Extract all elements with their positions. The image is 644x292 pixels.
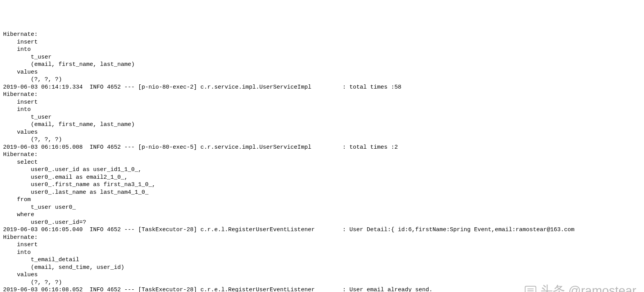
log-line: (?, ?, ?) [3, 136, 62, 143]
log-line: Hibernate: [3, 31, 41, 38]
log-line: user0_.user_id as user_id1_1_0_, [3, 166, 142, 173]
log-line: insert [3, 39, 41, 45]
log-line: Hibernate: [3, 234, 41, 241]
log-line: insert [3, 99, 41, 106]
log-line: 2019-06-03 06:16:05.008 INFO 4652 --- [p… [3, 144, 398, 151]
log-line: t_user user0_ [3, 204, 79, 211]
log-line: t_email_detail [3, 257, 79, 263]
log-line: Hibernate: [3, 91, 41, 98]
log-line: user0_.user_id=? [3, 219, 86, 226]
log-line: Hibernate: [3, 151, 41, 158]
log-line: select [3, 159, 38, 166]
log-line: (?, ?, ?) [3, 279, 62, 286]
watermark-text: 头条 @ramostear [541, 283, 636, 292]
log-line: t_user [3, 54, 52, 60]
log-line: insert [3, 242, 41, 248]
log-line: where [3, 211, 34, 218]
log-output: Hibernate: insert into t_user (email, fi… [0, 30, 644, 292]
log-line: 2019-06-03 06:14:19.334 INFO 4652 --- [p… [3, 84, 401, 91]
log-line: into [3, 249, 31, 256]
log-line: (email, send_time, user_id) [3, 264, 128, 271]
log-line: t_user [3, 114, 52, 121]
log-line: into [3, 106, 31, 113]
log-line: (email, first_name, last_name) [3, 121, 138, 128]
log-line: values [3, 129, 38, 136]
watermark: 头条 @ramostear [524, 283, 636, 292]
log-line: (email, first_name, last_name) [3, 61, 138, 68]
log-line: values [3, 69, 38, 76]
log-line: user0_.email as email2_1_0_, [3, 174, 128, 181]
svg-rect-0 [525, 286, 536, 292]
log-line: 2019-06-03 06:16:08.052 INFO 4652 --- [T… [3, 287, 432, 292]
log-line: (?, ?, ?) [3, 76, 62, 83]
toutiao-icon [524, 284, 537, 292]
log-line: values [3, 272, 38, 278]
log-line: 2019-06-03 06:16:05.040 INFO 4652 --- [T… [3, 227, 574, 233]
log-line: into [3, 46, 31, 53]
log-line: from [3, 196, 31, 203]
log-line: user0_.first_name as first_na3_1_0_, [3, 181, 155, 188]
log-line: user0_.last_name as last_nam4_1_0_ [3, 189, 152, 196]
